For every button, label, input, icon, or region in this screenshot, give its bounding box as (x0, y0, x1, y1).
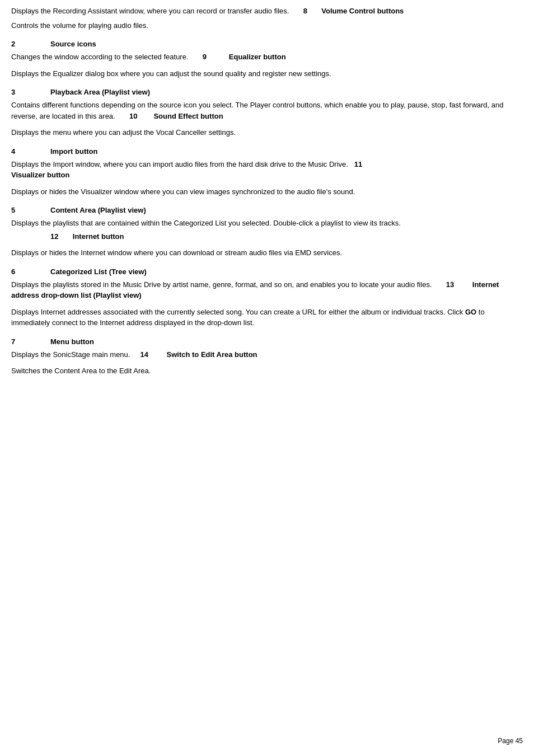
entry-10-desc: Displays the menu where you can adjust t… (11, 127, 523, 138)
entry-14-desc: Switches the Content Area to the Edit Ar… (11, 365, 523, 377)
entry-8-title: Volume Control buttons (321, 7, 404, 15)
section-3-desc: Contains different functions depending o… (11, 101, 504, 120)
section-4-title: Import button (50, 147, 97, 156)
section-7-number: 7 (11, 337, 50, 346)
section-6-desc: Displays the playlists stored in the Mus… (11, 280, 432, 289)
section-7-title: Menu button (50, 337, 94, 346)
section-4-number: 4 (11, 147, 50, 156)
section-6-body: Displays the playlists stored in the Mus… (11, 279, 523, 301)
entry-11-desc: Displays or hides the Visualizer window … (11, 186, 523, 198)
go-bold: GO (465, 308, 476, 316)
entry-13-number: 13 (446, 280, 454, 289)
section-5-desc: Displays the playlists that are containe… (11, 219, 401, 227)
section-3-title: Playback Area (Playlist view) (50, 88, 150, 96)
section-7-body: Displays the SonicStage main menu. 14 Sw… (11, 349, 523, 360)
entry-9-desc: Displays the Equalizer dialog box where … (11, 68, 523, 79)
entry-10-title: Sound Effect button (153, 112, 223, 120)
section-3-number: 3 (11, 88, 50, 96)
entry-12-title: Internet button (73, 232, 124, 241)
top-intro-text: Displays the Recording Assistant window,… (11, 7, 289, 15)
section-6-header: 6 Categorized List (Tree view) (11, 267, 523, 276)
entry-13-desc: Displays Internet addresses associated w… (11, 307, 523, 328)
entry-10-number: 10 (129, 112, 137, 120)
section-2-number: 2 (11, 40, 50, 48)
section-4-header: 4 Import button (11, 147, 523, 156)
entry-12-number: 12 (50, 232, 58, 241)
section-7-header: 7 Menu button (11, 337, 523, 346)
section-4-body: Displays the Import window, where you ca… (11, 159, 523, 181)
section-7-desc: Displays the SonicStage main menu. (11, 350, 130, 359)
entry-12-desc: Displays or hides the Internet window wh… (11, 247, 523, 259)
section-6-title: Categorized List (Tree view) (50, 267, 147, 276)
section-5-body: Displays the playlists that are containe… (11, 218, 523, 242)
section-4-desc: Displays the Import window, where you ca… (11, 160, 348, 168)
section-5-header: 5 Content Area (Playlist view) (11, 206, 523, 214)
section-5-number: 5 (11, 206, 50, 214)
entry-14-title: Switch to Edit Area button (167, 350, 257, 359)
section-5-title: Content Area (Playlist view) (50, 206, 146, 214)
section-2-body: Changes the window according to the sele… (11, 51, 523, 63)
entry-11-number: 11 (354, 160, 362, 168)
entry-9-number: 9 (203, 53, 207, 61)
entry-11-title: Visualizer button (11, 171, 70, 179)
section-2-title: Source icons (50, 40, 96, 48)
entry-9-title: Equalizer button (229, 53, 286, 61)
top-entry: Displays the Recording Assistant window,… (11, 6, 523, 17)
section-3-header: 3 Playback Area (Playlist view) (11, 88, 523, 96)
entry-8-desc: Controls the volume for playing audio fi… (11, 20, 523, 31)
entry-8-number: 8 (303, 7, 307, 15)
section-3-body: Contains different functions depending o… (11, 100, 523, 121)
section-2-desc: Changes the window according to the sele… (11, 53, 189, 61)
entry-14-number: 14 (140, 350, 148, 359)
section-2-header: 2 Source icons (11, 40, 523, 48)
section-6-number: 6 (11, 267, 50, 276)
page-content: Displays the Recording Assistant window,… (11, 6, 523, 377)
